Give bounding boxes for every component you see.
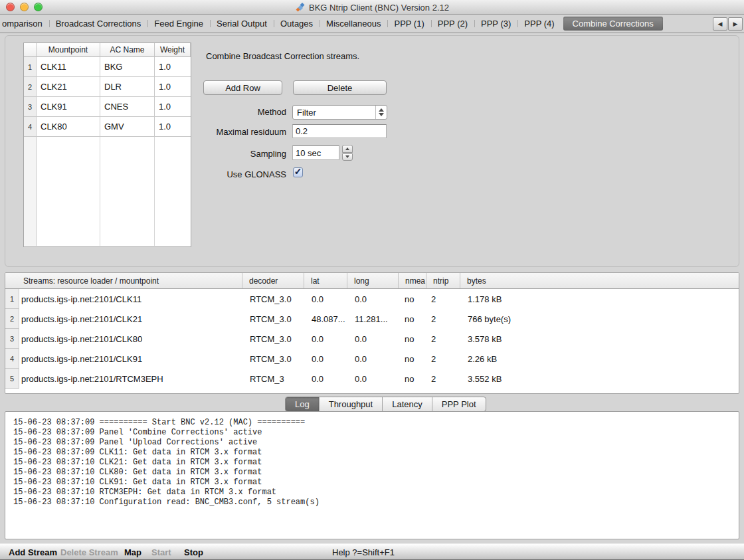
map-button[interactable]: Map [124,544,141,560]
col-header-ntrip: ntrip [426,273,460,288]
sampling-stepper [342,145,353,161]
tab-scroll-right-icon[interactable]: ▶ [728,17,743,31]
tab-log[interactable]: Log [286,397,319,411]
col-header-bytes: bytes [460,273,739,288]
cell-bytes: 3.552 kB [461,369,739,389]
cell-ac-name[interactable]: CNES [100,97,155,117]
tab-comparison[interactable]: omparison [0,17,49,31]
cell-decoder: RTCM_3.0 [243,309,305,329]
cell-nmea: no [399,369,427,389]
cell-decoder: RTCM_3.0 [243,349,305,369]
cell-bytes: 3.578 kB [461,329,739,349]
cell-mountpoint[interactable]: CLK11 [37,57,100,77]
cell-bytes: 1.178 kB [461,289,739,309]
tab-combine-corrections[interactable]: Combine Corrections [563,17,663,31]
cell-decoder: RTCM_3.0 [243,289,305,309]
cell-stream-name: products.igs-ip.net:2101/CLK91 [19,349,243,369]
cell-weight[interactable]: 1.0 [155,57,191,77]
cell-mountpoint[interactable]: CLK91 [37,97,100,117]
tab-ppp-2[interactable]: PPP (2) [431,17,474,31]
cell-bytes: 2.26 kB [461,349,739,369]
cell-ntrip: 2 [427,369,461,389]
tab-ppp-3[interactable]: PPP (3) [474,17,517,31]
table-row[interactable]: 4 products.igs-ip.net:2101/CLK91 RTCM_3.… [5,349,739,369]
tab-miscellaneous[interactable]: Miscellaneous [320,17,387,31]
method-label: Method [159,107,286,117]
row-header-corner [24,43,37,57]
tab-latency[interactable]: Latency [382,397,432,411]
cell-ntrip: 2 [427,309,461,329]
cell-mountpoint[interactable]: CLK80 [37,117,100,137]
delete-button[interactable]: Delete [293,80,387,95]
log-line: 15-06-23 08:37:10 CLK21: Get data in RTC… [13,458,739,468]
tab-ppp-1[interactable]: PPP (1) [387,17,430,31]
tab-ppp-4[interactable]: PPP (4) [517,17,561,31]
sampling-input[interactable] [292,145,339,160]
tab-serial-output[interactable]: Serial Output [210,17,274,31]
row-number: 3 [24,97,37,117]
stepper-up-icon[interactable] [342,145,353,153]
use-glonass-label: Use GLONASS [159,169,286,179]
start-button: Start [151,544,171,560]
cell-ntrip: 2 [427,349,461,369]
tab-outages[interactable]: Outages [274,17,320,31]
log-line: 15-06-23 08:37:09 CLK11: Get data in RTC… [13,448,739,458]
col-header-nmea: nmea [398,273,426,288]
cell-weight[interactable]: 1.0 [155,77,191,97]
log-line: 15-06-23 08:37:09 Panel 'Upload Correcti… [13,438,739,448]
check-icon: ✓ [294,168,302,175]
cell-lat: 0.0 [305,289,348,309]
tab-broadcast-corrections[interactable]: Broadcast Corrections [49,17,148,31]
tab-throughput[interactable]: Throughput [319,397,383,411]
cell-lat: 0.0 [305,369,348,389]
cell-decoder: RTCM_3 [243,369,305,389]
log-tab-bar: Log Throughput Latency PPP Plot [285,397,486,412]
mountpoint-table: Mountpoint AC Name Weight 1 CLK11 BKG 1.… [23,43,191,247]
cell-ntrip: 2 [427,329,461,349]
row-number: 1 [24,57,37,77]
stepper-down-icon[interactable] [342,153,353,161]
cell-ac-name[interactable]: BKG [100,57,155,77]
cell-long: 0.0 [348,289,399,309]
log-output-area[interactable]: 15-06-23 08:37:09 ========== Start BNC v… [5,411,739,539]
table-row[interactable]: 5 products.igs-ip.net:2101/RTCM3EPH RTCM… [5,369,739,389]
tab-ppp-plot[interactable]: PPP Plot [432,397,486,411]
panel-description: Combine Broadcast Correction streams. [206,51,359,61]
cell-stream-name: products.igs-ip.net:2101/RTCM3EPH [19,369,243,389]
col-header-weight: Weight [155,43,191,57]
row-number: 4 [5,349,19,369]
add-row-button[interactable]: Add Row [203,80,282,95]
row-number: 2 [24,77,37,97]
row-number: 5 [5,369,19,389]
window-title: BKG Ntrip Client (BNC) Version 2.12 [309,3,449,13]
maximal-residuum-label: Maximal residuum [159,127,286,137]
cell-bytes: 766 byte(s) [461,309,739,329]
cell-mountpoint[interactable]: CLK21 [37,77,100,97]
cell-ntrip: 2 [427,289,461,309]
table-row[interactable]: 1 products.igs-ip.net:2101/CLK11 RTCM_3.… [5,289,739,309]
tab-scroll-left-icon[interactable]: ◀ [713,17,727,31]
col-header-decoder: decoder [242,273,304,288]
help-shortcut-hint: Help ?=Shift+F1 [332,544,395,560]
cell-lat: 0.0 [305,349,348,369]
title-bar: BKG Ntrip Client (BNC) Version 2.12 [0,0,744,15]
table-row[interactable]: 3 products.igs-ip.net:2101/CLK80 RTCM_3.… [5,329,739,349]
table-row[interactable]: 2 products.igs-ip.net:2101/CLK21 RTCM_3.… [5,309,739,329]
main-tab-bar: omparison Broadcast Corrections Feed Eng… [0,15,744,33]
maximal-residuum-input[interactable] [292,124,387,138]
use-glonass-checkbox[interactable]: ✓ [293,167,303,177]
method-select[interactable]: Filter [292,105,387,120]
cell-nmea: no [399,349,427,369]
cell-ac-name[interactable]: GMV [100,117,155,137]
tab-feed-engine[interactable]: Feed Engine [147,17,210,31]
sampling-label: Sampling [159,149,286,159]
row-number: 3 [5,329,19,349]
cell-stream-name: products.igs-ip.net:2101/CLK21 [19,309,243,329]
log-line: 15-06-23 08:37:09 Panel 'Combine Correct… [13,428,739,438]
add-stream-button[interactable]: Add Stream [9,544,57,560]
stop-button[interactable]: Stop [184,544,203,560]
cell-nmea: no [399,329,427,349]
col-header-streams: Streams: resource loader / mountpoint [5,273,242,288]
cell-nmea: no [399,309,427,329]
cell-ac-name[interactable]: DLR [100,77,155,97]
